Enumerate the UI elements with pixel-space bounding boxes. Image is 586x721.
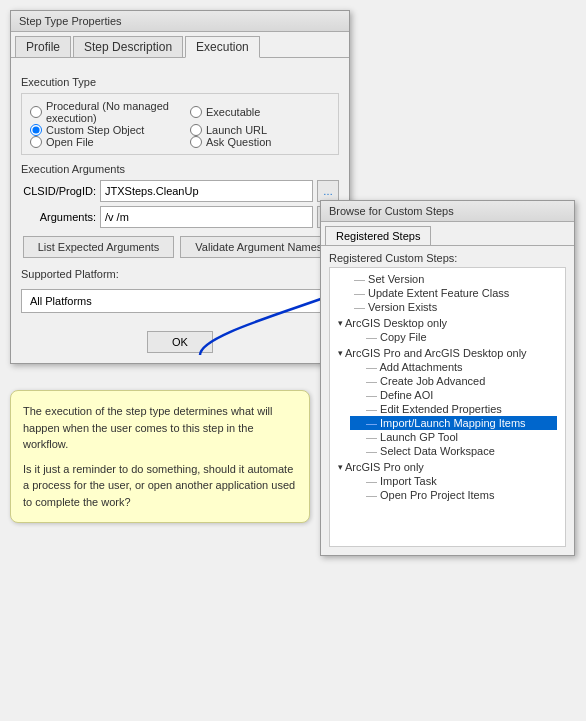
arg-buttons: List Expected Arguments Validate Argumen…	[21, 236, 339, 258]
tree-group-desktop-label[interactable]: ArcGIS Desktop only	[338, 316, 557, 330]
radio-custom-step: Custom Step Object	[30, 124, 170, 136]
platform-section: Supported Platform: All Platforms ArcGIS…	[21, 268, 339, 313]
tree-children-pro-only: Import Task Open Pro Project Items	[338, 474, 557, 502]
clsid-browse-button[interactable]: …	[317, 180, 339, 202]
callout-text-2: Is it just a reminder to do something, s…	[23, 461, 297, 511]
tree-item-import-launch-mapping[interactable]: Import/Launch Mapping Items	[350, 416, 557, 430]
browse-title: Browse for Custom Steps	[321, 201, 574, 222]
tree-group-pro-desktop: ArcGIS Pro and ArcGIS Desktop only Add A…	[338, 346, 557, 458]
tree-item-version-exists[interactable]: Version Exists	[338, 300, 557, 314]
args-row: Arguments: …	[21, 206, 339, 228]
radio-executable: Executable	[190, 106, 330, 118]
tree-item-set-version[interactable]: Set Version	[338, 272, 557, 286]
tree-item-select-data-workspace[interactable]: Select Data Workspace	[350, 444, 557, 458]
dialog-title: Step Type Properties	[11, 11, 349, 32]
tree-item-open-pro-project[interactable]: Open Pro Project Items	[350, 488, 557, 502]
tree-item-edit-extended-props[interactable]: Edit Extended Properties	[350, 402, 557, 416]
main-dialog: Step Type Properties Profile Step Descri…	[10, 10, 350, 364]
clsid-row: CLSID/ProgID: …	[21, 180, 339, 202]
radio-launch-url: Launch URL	[190, 124, 330, 136]
tree-children-pro-desktop: Add Attachments Create Job Advanced Defi…	[338, 360, 557, 458]
browse-tab-bar: Registered Steps	[321, 222, 574, 246]
browse-title-text: Browse for Custom Steps	[329, 205, 454, 217]
clsid-input[interactable]	[100, 180, 313, 202]
clsid-label: CLSID/ProgID:	[21, 185, 96, 197]
list-expected-args-button[interactable]: List Expected Arguments	[23, 236, 175, 258]
radio-row-3: Open File Ask Question	[30, 136, 330, 148]
tree-group-pro-desktop-label[interactable]: ArcGIS Pro and ArcGIS Desktop only	[338, 346, 557, 360]
tree-item-add-attachments[interactable]: Add Attachments	[350, 360, 557, 374]
radio-launch-url-label: Launch URL	[206, 124, 267, 136]
radio-ask-question: Ask Question	[190, 136, 330, 148]
tree-item-update-extent[interactable]: Update Extent Feature Class	[338, 286, 557, 300]
radio-row-1: Procedural (No managed execution) Execut…	[30, 100, 330, 124]
radio-launch-url-input[interactable]	[190, 124, 202, 136]
dialog-footer: OK	[11, 323, 349, 363]
browse-dialog: Browse for Custom Steps Registered Steps…	[320, 200, 575, 556]
tree-group-pro-only: ArcGIS Pro only Import Task Open Pro Pro…	[338, 460, 557, 502]
radio-procedural: Procedural (No managed execution)	[30, 100, 170, 124]
browse-tab-registered[interactable]: Registered Steps	[325, 226, 431, 245]
radio-custom-step-input[interactable]	[30, 124, 42, 136]
tree-children-desktop: Copy File	[338, 330, 557, 344]
tree-item-create-job-advanced[interactable]: Create Job Advanced	[350, 374, 557, 388]
radio-open-file-input[interactable]	[30, 136, 42, 148]
callout-text-1: The execution of the step type determine…	[23, 403, 297, 453]
radio-executable-label: Executable	[206, 106, 260, 118]
title-text: Step Type Properties	[19, 15, 122, 27]
radio-open-file-label: Open File	[46, 136, 94, 148]
validate-arg-names-button[interactable]: Validate Argument Names	[180, 236, 337, 258]
browse-dots-icon: …	[323, 186, 333, 197]
radio-row-2: Custom Step Object Launch URL	[30, 124, 330, 136]
tab-execution[interactable]: Execution	[185, 36, 260, 58]
tab-bar: Profile Step Description Execution	[11, 32, 349, 58]
registered-label: Registered Custom Steps:	[321, 246, 574, 267]
tree-group-desktop: ArcGIS Desktop only Copy File	[338, 316, 557, 344]
dialog-content: Execution Type Procedural (No managed ex…	[11, 58, 349, 323]
execution-type-label: Execution Type	[21, 76, 339, 88]
execution-args-label: Execution Arguments	[21, 163, 339, 175]
execution-args-section: Execution Arguments CLSID/ProgID: … Argu…	[21, 163, 339, 258]
radio-open-file: Open File	[30, 136, 170, 148]
radio-procedural-input[interactable]	[30, 106, 42, 118]
platform-label: Supported Platform:	[21, 268, 339, 280]
tree-item-launch-gp-tool[interactable]: Launch GP Tool	[350, 430, 557, 444]
platform-select[interactable]: All Platforms ArcGIS Desktop only ArcGIS…	[21, 289, 339, 313]
radio-ask-question-input[interactable]	[190, 136, 202, 148]
tab-step-description[interactable]: Step Description	[73, 36, 183, 57]
tree-item-import-task[interactable]: Import Task	[350, 474, 557, 488]
tree-item-define-aoi[interactable]: Define AOI	[350, 388, 557, 402]
args-label: Arguments:	[21, 211, 96, 223]
radio-executable-input[interactable]	[190, 106, 202, 118]
tree-list: Set Version Update Extent Feature Class …	[329, 267, 566, 547]
tree-item-copy-file[interactable]: Copy File	[350, 330, 557, 344]
ok-button[interactable]: OK	[147, 331, 213, 353]
radio-ask-question-label: Ask Question	[206, 136, 271, 148]
tab-profile[interactable]: Profile	[15, 36, 71, 57]
radio-procedural-label: Procedural (No managed execution)	[46, 100, 170, 124]
tree-group-pro-only-label[interactable]: ArcGIS Pro only	[338, 460, 557, 474]
args-input[interactable]	[100, 206, 313, 228]
radio-custom-step-label: Custom Step Object	[46, 124, 144, 136]
execution-type-section: Procedural (No managed execution) Execut…	[21, 93, 339, 155]
callout-box: The execution of the step type determine…	[10, 390, 310, 523]
